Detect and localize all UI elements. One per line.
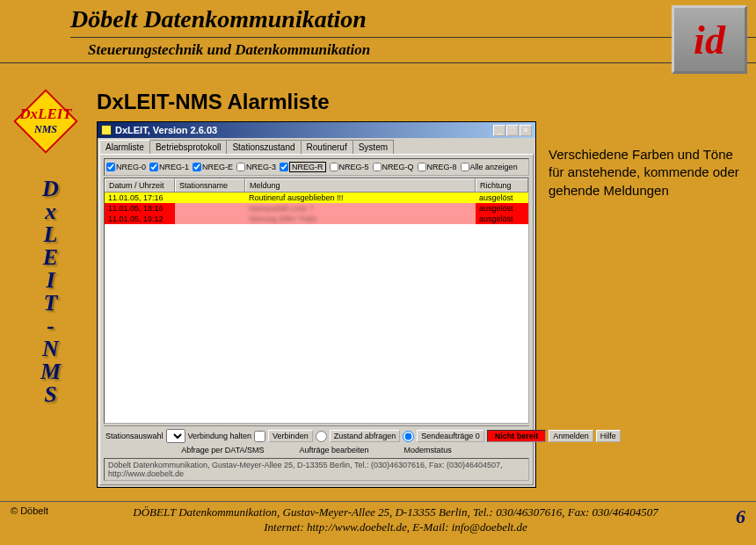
dxleit-logo: DxLEIT NMS (11, 90, 81, 153)
window-titlebar: DxLEIT, Version 2.6.03 _ □ × (98, 122, 535, 138)
window-icon (101, 125, 112, 135)
column-header[interactable]: Meldung (245, 178, 476, 192)
page-number: 6 (710, 505, 745, 528)
maximize-button[interactable]: □ (506, 125, 519, 136)
abfrage-radio-1[interactable] (316, 431, 327, 442)
column-header[interactable]: Stationsname (175, 178, 245, 192)
filter-nreg-e[interactable]: NREG-E (193, 163, 233, 171)
table-row[interactable]: 11.01.05, 17:16Routineruf ausgeblieben !… (105, 193, 528, 203)
sendeauftraege-button[interactable]: Sendeaufträge 0 (417, 430, 484, 442)
auftraege-label: Aufträge bearbeiten (300, 446, 369, 454)
filter-row: NREG-0NREG-1NREG-ENREG-3NREG-RNREG-5NREG… (104, 158, 529, 176)
company-logo: id (672, 5, 747, 74)
description-text: Verschiedene Farben und Töne für anstehe… (549, 121, 745, 488)
footer-line-1: DÖBELT Datenkommunikation, Gustav-Meyer-… (81, 505, 710, 520)
table-row[interactable]: 11.01.05, 19:12Störung 20kV Trafoausgelö… (105, 214, 528, 224)
tab-strip: AlarmlisteBetriebsprotokollStationszusta… (98, 138, 535, 154)
filter-nreg-3[interactable]: NREG-3 (236, 163, 276, 171)
filter-nreg-1[interactable]: NREG-1 (149, 163, 189, 171)
table-row[interactable]: 11.01.05, 18:16Netzausfall Linie 7ausgel… (105, 203, 528, 214)
header-subtitle: Steuerungstechnik und Datenkommunikation (70, 41, 756, 59)
modem-status: Nicht bereit (487, 430, 547, 442)
modem-label: Modemstatus (404, 446, 452, 454)
header-title: Döbelt Datenkommunikation (70, 5, 756, 33)
column-header[interactable]: Richtung (476, 178, 528, 192)
status-line: Döbelt Datenkommunikation, Gustav-Meyer-… (104, 458, 529, 481)
verbinden-button[interactable]: Verbinden (268, 430, 313, 442)
station-select[interactable] (166, 429, 185, 443)
page-title: DxLEIT-NMS Alarmliste (97, 90, 745, 114)
alarm-table: Datum / UhrzeitStationsnameMeldungRichtu… (104, 178, 529, 424)
logo-text: id (694, 17, 725, 63)
vertical-title: DxLEIT-NMS (11, 160, 91, 406)
tab-system[interactable]: System (353, 140, 394, 154)
filter-nreg-5[interactable]: NREG-5 (330, 163, 369, 171)
verbindung-halten-label: Verbindung halten (188, 432, 252, 440)
slide-footer: © Döbelt DÖBELT Datenkommunikation, Gust… (0, 501, 756, 545)
slide-header: Döbelt Datenkommunikation Steuerungstech… (0, 0, 756, 63)
abfrage-label: Abfrage per DATA/SMS (181, 446, 264, 454)
app-window: DxLEIT, Version 2.6.03 _ □ × AlarmlisteB… (97, 121, 536, 488)
filter-nreg-0[interactable]: NREG-0 (106, 163, 146, 171)
filter-nreg-r[interactable]: NREG-R (280, 162, 326, 172)
tab-routineruf[interactable]: Routineruf (301, 140, 353, 154)
abfrage-radio-2[interactable] (403, 431, 414, 442)
tab-betriebsprotokoll[interactable]: Betriebsprotokoll (149, 140, 227, 154)
tab-alarmliste[interactable]: Alarmliste (99, 140, 150, 154)
column-header[interactable]: Datum / Uhrzeit (105, 178, 175, 192)
filter-nreg-q[interactable]: NREG-Q (373, 163, 414, 171)
zustand-abfragen-button[interactable]: Zustand abfragen (330, 430, 401, 442)
tab-stationszustand[interactable]: Stationszustand (226, 140, 301, 154)
footer-copyright: © Döbelt (11, 505, 81, 516)
station-select-label: Stationsauswahl (105, 432, 164, 440)
verbindung-halten-checkbox[interactable] (254, 431, 265, 442)
bottom-toolbar: Stationsauswahl Verbindung halten Verbin… (104, 425, 529, 446)
footer-line-2: Internet: http://www.doebelt.de, E-Mail:… (81, 520, 710, 535)
window-title-text: DxLEIT, Version 2.6.03 (115, 122, 493, 138)
filter-alle anzeigen[interactable]: Alle anzeigen (461, 163, 518, 171)
minimize-button[interactable]: _ (493, 125, 505, 136)
filter-nreg-8[interactable]: NREG-8 (418, 163, 457, 171)
close-button[interactable]: × (520, 125, 532, 136)
